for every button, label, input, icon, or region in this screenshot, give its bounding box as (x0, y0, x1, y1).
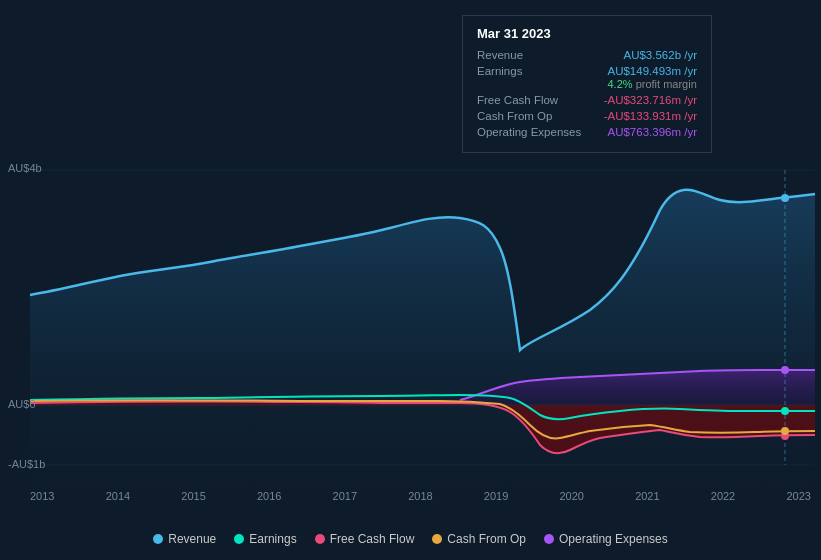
tooltip-opexp-row: Operating Expenses AU$763.396m /yr (477, 126, 697, 138)
x-axis-labels: 2013 2014 2015 2016 2017 2018 2019 2020 … (30, 490, 811, 502)
tooltip-fcf-value: -AU$323.716m /yr (604, 94, 697, 106)
chart-container: AU$4b AU$0 -AU$1b 2013 2014 2015 2016 20… (0, 0, 821, 560)
svg-point-5 (781, 366, 789, 374)
tooltip-revenue-label: Revenue (477, 49, 523, 61)
y-label-top: AU$4b (8, 162, 42, 174)
x-label-2021: 2021 (635, 490, 659, 502)
legend-cashop[interactable]: Cash From Op (432, 532, 526, 546)
tooltip-earnings-row: Earnings AU$149.493m /yr 4.2% profit mar… (477, 65, 697, 90)
tooltip-earnings-value-block: AU$149.493m /yr 4.2% profit margin (608, 65, 698, 90)
legend-label-opexp: Operating Expenses (559, 532, 668, 546)
legend-label-cashop: Cash From Op (447, 532, 526, 546)
x-label-2018: 2018 (408, 490, 432, 502)
tooltip-panel: Mar 31 2023 Revenue AU$3.562b /yr Earnin… (462, 15, 712, 153)
x-label-2019: 2019 (484, 490, 508, 502)
legend-label-revenue: Revenue (168, 532, 216, 546)
x-label-2017: 2017 (333, 490, 357, 502)
legend-label-fcf: Free Cash Flow (330, 532, 415, 546)
legend-dot-cashop (432, 534, 442, 544)
x-label-2023: 2023 (786, 490, 810, 502)
x-label-2022: 2022 (711, 490, 735, 502)
chart-legend: Revenue Earnings Free Cash Flow Cash Fro… (0, 532, 821, 546)
legend-dot-opexp (544, 534, 554, 544)
legend-earnings[interactable]: Earnings (234, 532, 296, 546)
tooltip-earnings-label: Earnings (477, 65, 522, 77)
svg-point-4 (781, 194, 789, 202)
x-label-2013: 2013 (30, 490, 54, 502)
tooltip-cashop-row: Cash From Op -AU$133.931m /yr (477, 110, 697, 122)
tooltip-opexp-label: Operating Expenses (477, 126, 581, 138)
tooltip-fcf-label: Free Cash Flow (477, 94, 558, 106)
x-label-2016: 2016 (257, 490, 281, 502)
x-label-2020: 2020 (559, 490, 583, 502)
legend-dot-earnings (234, 534, 244, 544)
tooltip-opexp-value: AU$763.396m /yr (608, 126, 698, 138)
legend-dot-fcf (315, 534, 325, 544)
tooltip-fcf-row: Free Cash Flow -AU$323.716m /yr (477, 94, 697, 106)
tooltip-date: Mar 31 2023 (477, 26, 697, 41)
tooltip-cashop-value: -AU$133.931m /yr (604, 110, 697, 122)
y-label-mid: AU$0 (8, 398, 36, 410)
svg-point-7 (781, 427, 789, 435)
tooltip-profit-margin: 4.2% profit margin (608, 78, 698, 90)
legend-revenue[interactable]: Revenue (153, 532, 216, 546)
legend-fcf[interactable]: Free Cash Flow (315, 532, 415, 546)
x-label-2015: 2015 (181, 490, 205, 502)
svg-point-8 (781, 407, 789, 415)
tooltip-cashop-label: Cash From Op (477, 110, 552, 122)
x-label-2014: 2014 (106, 490, 130, 502)
y-label-bottom: -AU$1b (8, 458, 45, 470)
legend-opexp[interactable]: Operating Expenses (544, 532, 668, 546)
tooltip-revenue-row: Revenue AU$3.562b /yr (477, 49, 697, 61)
tooltip-revenue-value: AU$3.562b /yr (623, 49, 697, 61)
legend-dot-revenue (153, 534, 163, 544)
legend-label-earnings: Earnings (249, 532, 296, 546)
